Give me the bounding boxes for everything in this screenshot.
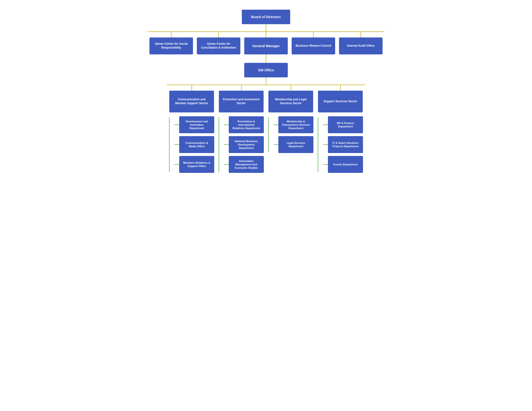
events-node: Events Department: [328, 156, 363, 173]
ajman-conciliation-col: Ajman Center for Conciliation & Arbitrat…: [195, 31, 242, 54]
dev-dept-node: Development and Innovation Department: [179, 116, 214, 133]
info-mgmt-node: Information Management and Economic Stud…: [229, 156, 264, 173]
dev-dept-h: [174, 124, 179, 125]
biz-women-label: Business Women Council: [295, 44, 331, 48]
hr-finance-row: HR & Finance Department: [323, 116, 363, 133]
events-h: [323, 164, 328, 165]
members-rel-row: Members Relations & Support Office: [174, 156, 214, 173]
members-rel-node: Members Relations & Support Office: [179, 156, 214, 173]
biz-women-v: [313, 31, 314, 37]
comm-depts-inner: Development and Innovation Department Co…: [169, 115, 214, 174]
ajman-social-v: [171, 31, 171, 37]
membership-trans-row: Membership & Transactions Services Depar…: [274, 116, 314, 133]
comm-media-row: Communication & Media Office: [174, 136, 214, 153]
promotions-intl-label: Promotions & International Relations Dep…: [232, 120, 260, 130]
support-green-v: [318, 117, 318, 172]
audit-v: [361, 31, 361, 37]
comm-depts: Development and Innovation Department Co…: [167, 115, 216, 174]
comm-media-h: [174, 144, 179, 145]
national-biz-label: National Business Development Department: [232, 140, 260, 150]
org-chart: Board of Directors Ajman Center for Soci…: [148, 10, 384, 174]
national-biz-h: [224, 144, 229, 145]
gmoffice-section: GM Office: [244, 63, 288, 85]
promotions-intl-row: Promotions & International Relations Dep…: [224, 116, 264, 133]
board-label: Board of Directors: [251, 15, 281, 19]
gm-label: General Manager: [252, 44, 280, 48]
it-smart-node: IT & Smart Solutions Projects Department: [328, 136, 363, 153]
membership-sector-label: Membership and Legal Services Sector: [272, 98, 310, 105]
comm-green-v: [169, 117, 170, 172]
gm-node: General Manager: [244, 37, 288, 54]
comm-sector-v: [191, 85, 192, 91]
members-rel-h: [174, 164, 179, 165]
comm-sector-node: Communication and Member Support Sector: [169, 91, 214, 112]
support-sector-label: Support Services Sector: [323, 100, 357, 103]
audit-node: Internal Audit Office: [339, 37, 382, 54]
gm-v: [266, 31, 266, 37]
comm-sector-col: Communication and Member Support Sector: [167, 85, 216, 112]
sectors-h-line: [167, 85, 365, 85]
ajman-conciliation-node: Ajman Center for Conciliation & Arbitrat…: [197, 37, 240, 54]
audit-label: Internal Audit Office: [347, 44, 375, 48]
support-sector-v: [340, 85, 341, 91]
promotions-intl-h: [224, 124, 229, 125]
legal-services-node: Legal Services Department: [278, 136, 314, 153]
promo-sector-v: [241, 85, 242, 91]
gm-to-gmoffice-v: [266, 54, 266, 63]
membership-sector-v: [291, 85, 291, 91]
info-mgmt-row: Information Management and Economic Stud…: [224, 156, 264, 173]
membership-sector-node: Membership and Legal Services Sector: [268, 91, 313, 112]
hr-finance-node: HR & Finance Department: [328, 116, 363, 133]
legal-services-h: [274, 144, 278, 145]
membership-depts: Membership & Transactions Services Depar…: [266, 115, 316, 154]
promo-green-v: [218, 117, 219, 172]
sectors-container: Communication and Member Support Sector …: [148, 85, 384, 174]
board-v-line: [266, 24, 266, 31]
national-biz-node: National Business Development Department: [229, 136, 264, 153]
promo-depts-inner: Promotions & International Relations Dep…: [218, 115, 264, 174]
dev-dept-row: Development and Innovation Department: [174, 116, 214, 133]
comm-sector-label: Communication and Member Support Sector: [173, 98, 211, 105]
audit-col: Internal Audit Office: [337, 31, 384, 54]
comm-media-node: Communication & Media Office: [179, 136, 214, 153]
ajman-conciliation-label: Ajman Center for Conciliation & Arbitrat…: [200, 42, 237, 50]
gmoffice-v: [266, 77, 266, 85]
gmoffice-node: GM Office: [244, 63, 288, 77]
level2-container: Ajman Center for Social Responsibility A…: [148, 31, 384, 63]
info-mgmt-label: Information Management and Economic Stud…: [232, 159, 260, 170]
membership-trans-label: Membership & Transactions Services Depar…: [282, 120, 310, 130]
promo-sector-col: Promotion and Investment Sector: [216, 85, 266, 112]
gmoffice-label: GM Office: [258, 68, 274, 72]
gm-col: General Manager: [242, 31, 290, 54]
board-level: Board of Directors: [242, 10, 290, 31]
promo-sector-node: Promotion and Investment Sector: [219, 91, 264, 112]
board-node: Board of Directors: [242, 10, 290, 24]
events-label: Events Department: [333, 163, 357, 166]
membership-green-v: [268, 117, 269, 152]
legal-services-label: Legal Services Department: [282, 141, 310, 148]
ajman-social-col: Ajman Center for Social Responsibility: [148, 31, 195, 54]
dev-dept-label: Development and Innovation Department: [183, 120, 211, 130]
level2-bar: Ajman Center for Social Responsibility A…: [148, 31, 384, 54]
info-mgmt-h: [224, 164, 229, 165]
national-biz-row: National Business Development Department: [224, 136, 264, 153]
it-smart-h: [323, 144, 328, 145]
depts-row: Development and Innovation Department Co…: [167, 115, 365, 174]
sectors-bar: Communication and Member Support Sector …: [167, 85, 365, 112]
support-sector-col: Support Services Sector: [316, 85, 365, 112]
membership-depts-inner: Membership & Transactions Services Depar…: [268, 115, 314, 154]
hr-finance-h: [323, 124, 328, 125]
it-smart-label: IT & Smart Solutions Projects Department: [331, 141, 360, 148]
membership-sector-col: Membership and Legal Services Sector: [266, 85, 316, 112]
ajman-conciliation-v: [218, 31, 219, 37]
level2-h-line: [148, 31, 384, 32]
ajman-social-node: Ajman Center for Social Responsibility: [150, 37, 193, 54]
legal-services-row: Legal Services Department: [274, 136, 314, 153]
members-rel-label: Members Relations & Support Office: [183, 161, 211, 168]
promo-depts: Promotions & International Relations Dep…: [216, 115, 266, 174]
promo-sector-label: Promotion and Investment Sector: [222, 98, 260, 105]
membership-trans-h: [274, 124, 278, 125]
membership-trans-node: Membership & Transactions Services Depar…: [278, 116, 314, 133]
support-sector-node: Support Services Sector: [318, 91, 363, 112]
biz-women-col: Business Women Council: [290, 31, 337, 54]
